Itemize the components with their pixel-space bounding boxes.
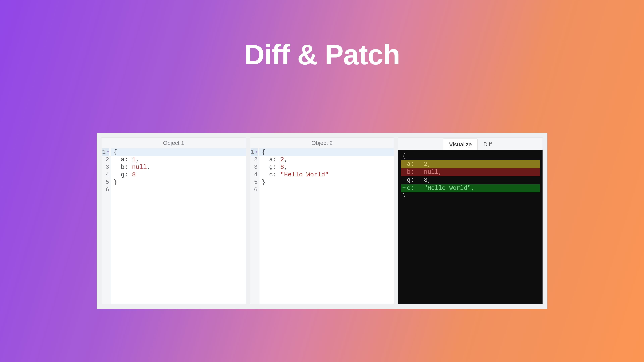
page-title: Diff & Patch bbox=[0, 0, 644, 71]
code-line[interactable]: b: null, bbox=[111, 164, 246, 171]
gutter-line: 1▾ bbox=[250, 148, 258, 156]
code-line[interactable]: g: 8, bbox=[260, 164, 394, 171]
code-line[interactable]: { bbox=[111, 148, 246, 156]
tab-visualize[interactable]: Visualize bbox=[443, 138, 478, 150]
gutter-line: 2 bbox=[102, 156, 109, 164]
gutter-line: 3 bbox=[102, 164, 109, 171]
code-line[interactable]: a: 1, bbox=[111, 156, 246, 164]
code-lines-object-1[interactable]: { a: 1, b: null, g: 8} bbox=[111, 148, 246, 304]
diff-body: {a: 2,-b: null,g: 8,+c: "Hello World",} bbox=[398, 150, 542, 304]
gutter-line: 6 bbox=[250, 186, 258, 194]
fold-marker-icon[interactable]: ▾ bbox=[255, 148, 258, 156]
code-line[interactable] bbox=[260, 186, 394, 194]
editor-header-object-2: Object 2 bbox=[250, 138, 394, 148]
diff-line-context: } bbox=[401, 192, 540, 200]
code-line[interactable]: c: "Hello World" bbox=[260, 171, 394, 178]
diff-line-modified: a: 2, bbox=[401, 160, 540, 168]
diff-tabs: Visualize Diff bbox=[398, 138, 542, 150]
gutter-object-2: 1▾23456 bbox=[250, 148, 260, 304]
diff-line-context: g: 8, bbox=[401, 176, 540, 184]
fold-marker-icon[interactable]: ▾ bbox=[107, 148, 109, 156]
editor-body-object-1[interactable]: 1▾23456 { a: 1, b: null, g: 8} bbox=[102, 148, 246, 304]
gutter-line: 4 bbox=[102, 171, 109, 178]
editor-body-object-2[interactable]: 1▾23456 { a: 2, g: 8, c: "Hello World"} bbox=[250, 148, 394, 304]
diff-line-removed: -b: null, bbox=[401, 168, 540, 176]
gutter-line: 5 bbox=[250, 178, 258, 186]
editor-object-1: Object 1 1▾23456 { a: 1, b: null, g: 8} bbox=[101, 138, 246, 304]
code-line[interactable]: } bbox=[260, 178, 394, 186]
gutter-line: 2 bbox=[250, 156, 258, 164]
gutter-object-1: 1▾23456 bbox=[102, 148, 111, 304]
diff-line-context: { bbox=[401, 152, 540, 160]
gutter-line: 1▾ bbox=[102, 148, 109, 156]
editor-object-2: Object 2 1▾23456 { a: 2, g: 8, c: "Hello… bbox=[250, 138, 394, 304]
code-line[interactable]: { bbox=[260, 148, 394, 156]
code-line[interactable]: } bbox=[111, 178, 246, 186]
code-line[interactable] bbox=[111, 186, 246, 194]
panel-container: Object 1 1▾23456 { a: 1, b: null, g: 8} … bbox=[96, 133, 548, 309]
editor-header-object-1: Object 1 bbox=[102, 138, 246, 148]
code-lines-object-2[interactable]: { a: 2, g: 8, c: "Hello World"} bbox=[260, 148, 394, 304]
code-line[interactable]: g: 8 bbox=[111, 171, 246, 178]
gutter-line: 4 bbox=[250, 171, 258, 178]
diff-panel: Visualize Diff {a: 2,-b: null,g: 8,+c: "… bbox=[398, 138, 543, 304]
diff-line-added: +c: "Hello World", bbox=[401, 184, 540, 192]
gutter-line: 3 bbox=[250, 164, 258, 171]
tab-diff[interactable]: Diff bbox=[478, 138, 498, 150]
gutter-line: 5 bbox=[102, 178, 109, 186]
code-line[interactable]: a: 2, bbox=[260, 156, 394, 164]
gutter-line: 6 bbox=[102, 186, 109, 194]
